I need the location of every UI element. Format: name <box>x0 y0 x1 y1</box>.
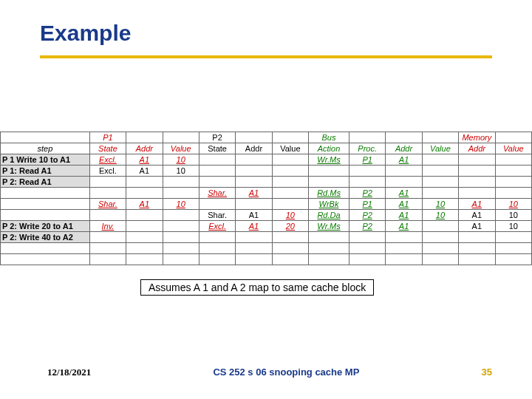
cell: A1 <box>126 199 163 210</box>
cell <box>495 166 531 177</box>
cell <box>126 221 163 232</box>
cell <box>126 188 163 199</box>
cell <box>386 166 422 177</box>
coherence-table: P1 P2 Bus Memory step State Addr Value S… <box>0 132 532 265</box>
cell: P 2: Read A1 <box>1 177 90 188</box>
cell: A1 <box>386 154 422 166</box>
cell <box>89 232 126 243</box>
group-memory: Memory <box>459 132 495 143</box>
cell: A1 <box>459 199 495 210</box>
cell: 10 <box>163 154 199 166</box>
hdr-bus-proc: Proc. <box>349 143 385 154</box>
cell: A1 <box>236 188 272 199</box>
cell: Rd.Da <box>309 210 349 221</box>
cell <box>422 221 458 232</box>
caption-box: Assumes A 1 and A 2 map to same cache bl… <box>140 279 374 296</box>
hdr-p2-state: State <box>199 143 235 154</box>
cell: WrBk <box>309 199 349 210</box>
footer-date: 12/18/2021 <box>47 366 91 378</box>
cell <box>272 154 308 166</box>
cell <box>349 232 385 243</box>
table-row: P 2: Write 40 to A2 <box>1 232 532 243</box>
cell <box>236 166 272 177</box>
cell: P 1: Read A1 <box>1 166 90 177</box>
cell: A1 <box>386 199 422 210</box>
cell: Shar. <box>199 210 235 221</box>
cell <box>422 188 458 199</box>
hdr-step: step <box>1 143 90 154</box>
cell <box>163 221 199 232</box>
cell <box>495 154 531 166</box>
cell: Rd.Ms <box>309 188 349 199</box>
group-bus: Bus <box>309 132 349 143</box>
cell <box>199 199 235 210</box>
cell: 10 <box>495 221 531 232</box>
cell <box>89 210 126 221</box>
cell <box>386 177 422 188</box>
table-row: P 1: Read A1Excl.A110 <box>1 166 532 177</box>
cell <box>422 177 458 188</box>
cell <box>309 177 349 188</box>
cell: Shar. <box>199 188 235 199</box>
hdr-p2-addr: Addr <box>236 143 272 154</box>
cell <box>459 154 495 166</box>
cell: A1 <box>236 210 272 221</box>
table-row: Shar.A1Rd.MsP2A1 <box>1 188 532 199</box>
cell <box>495 232 531 243</box>
footer-page: 35 <box>482 366 492 378</box>
cell <box>199 154 235 166</box>
cell <box>199 177 235 188</box>
cell: P1 <box>349 199 385 210</box>
cell: A1 <box>236 221 272 232</box>
cell: P 1 Write 10 to A1 <box>1 154 90 166</box>
cell: P2 <box>349 210 385 221</box>
cell <box>1 199 90 210</box>
cell <box>89 188 126 199</box>
cell <box>89 177 126 188</box>
cell: A1 <box>386 210 422 221</box>
cell: 10 <box>495 199 531 210</box>
cell: 20 <box>272 221 308 232</box>
cell <box>236 177 272 188</box>
cell <box>236 154 272 166</box>
hdr-bus-action: Action <box>309 143 349 154</box>
cell <box>272 199 308 210</box>
hdr-bus-value: Value <box>422 143 458 154</box>
cell <box>495 177 531 188</box>
footer-title: CS 252 s 06 snooping cache MP <box>213 366 359 378</box>
table-row-empty <box>1 243 532 254</box>
cell <box>309 232 349 243</box>
table-row-empty <box>1 254 532 265</box>
hdr-bus-addr: Addr <box>386 143 422 154</box>
cell: P2 <box>349 188 385 199</box>
table-row: P 1 Write 10 to A1Excl.A110Wr.MsP1A1 <box>1 154 532 166</box>
cell <box>163 188 199 199</box>
hdr-mem-addr: Addr <box>459 143 495 154</box>
hdr-p1-addr: Addr <box>126 143 163 154</box>
cell: A1 <box>126 166 163 177</box>
cell <box>459 232 495 243</box>
cell <box>163 210 199 221</box>
cell <box>349 166 385 177</box>
cell <box>459 188 495 199</box>
cell: A1 <box>386 221 422 232</box>
cell: Excl. <box>89 166 126 177</box>
cell <box>422 232 458 243</box>
hdr-mem-value: Value <box>495 143 531 154</box>
cell: P 2: Write 40 to A2 <box>1 232 90 243</box>
page-title: Example <box>40 21 131 46</box>
cell <box>349 177 385 188</box>
cell <box>236 199 272 210</box>
cell: 10 <box>272 210 308 221</box>
cell: Shar. <box>89 199 126 210</box>
cell <box>163 177 199 188</box>
group-p1: P1 <box>89 132 126 143</box>
cell: Wr.Ms <box>309 154 349 166</box>
cell: Inv. <box>89 221 126 232</box>
cell <box>236 232 272 243</box>
cell: P 2: Write 20 to A1 <box>1 221 90 232</box>
table-row: P 2: Read A1 <box>1 177 532 188</box>
cell <box>1 188 90 199</box>
hdr-p2-value: Value <box>272 143 308 154</box>
cell: A1 <box>459 221 495 232</box>
